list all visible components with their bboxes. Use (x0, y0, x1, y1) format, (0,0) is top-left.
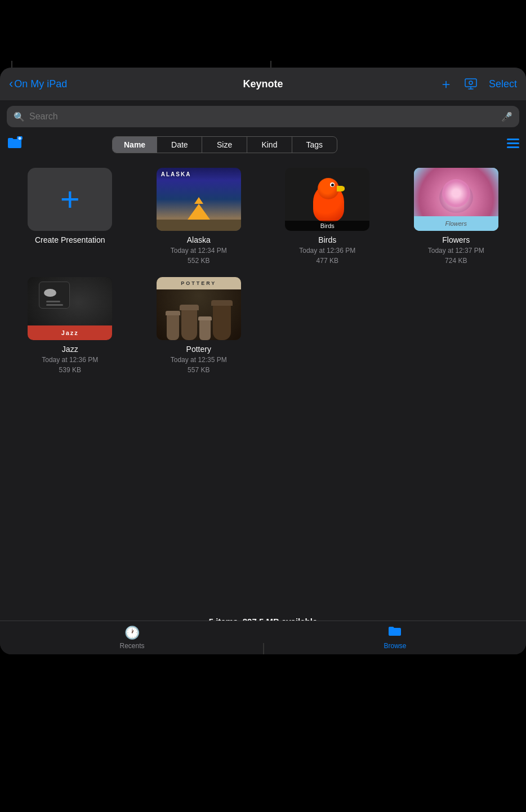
tab-browse[interactable]: Browse (384, 626, 406, 650)
annotation-bottom: To see all items in the current location… (0, 764, 526, 795)
mic-icon[interactable]: 🎤 (501, 111, 512, 122)
file-name-create: Create Presentation (35, 235, 105, 244)
svg-rect-6 (507, 146, 519, 148)
jazz-label: Jazz (61, 329, 79, 336)
sort-bar: ⊕ Name Date Size Kind Tags (0, 133, 526, 157)
bottom-annotation-line (263, 643, 264, 654)
file-item-flowers[interactable]: Flowers Flowers Today at 12:37 PM724 KB (398, 168, 515, 266)
flowers-label: Flowers (445, 220, 467, 227)
file-item-birds[interactable]: Birds Birds Today at 12:36 PM477 KB (269, 168, 386, 266)
file-meta-pottery: Today at 12:35 PM557 KB (171, 355, 227, 375)
nav-title: Keynote (243, 78, 283, 90)
browse-label: Browse (384, 642, 406, 650)
back-chevron-icon: ‹ (9, 78, 13, 90)
add-button[interactable]: ＋ (439, 75, 453, 93)
nav-actions: ＋ Select (439, 75, 517, 93)
files-area: + Create Presentation ALASKA Alaska Toda… (0, 157, 526, 654)
svg-point-1 (469, 81, 472, 84)
alaska-thumb: ALASKA (157, 168, 241, 231)
recents-icon: 🕐 (124, 626, 140, 640)
sort-tab-size[interactable]: Size (202, 137, 247, 153)
file-meta-alaska: Today at 12:34 PM552 KB (171, 246, 227, 266)
file-name-birds: Birds (318, 235, 336, 244)
folder-icon-button[interactable]: ⊕ (7, 136, 23, 153)
svg-text:⊕: ⊕ (18, 136, 21, 140)
annotation-top-right: To see these controls, swipe down. (276, 3, 434, 32)
sort-tab-date[interactable]: Date (157, 137, 202, 153)
annotation-top-left: To browse a different location, tap the … (17, 3, 163, 47)
sort-tabs: Name Date Size Kind Tags (112, 136, 337, 153)
sort-tab-kind[interactable]: Kind (247, 137, 292, 153)
back-label: On My iPad (14, 78, 67, 90)
svg-rect-4 (507, 139, 519, 140)
file-item-alaska[interactable]: ALASKA Alaska Today at 12:34 PM552 KB (140, 168, 258, 266)
file-item-pottery[interactable]: POTTERY (140, 277, 258, 375)
file-item-create[interactable]: + Create Presentation (11, 168, 129, 266)
app-container: ‹ On My iPad Keynote ＋ Select 🔍 🎤 (0, 68, 526, 654)
recents-label: Recents (119, 642, 144, 650)
tab-recents[interactable]: 🕐 Recents (119, 626, 144, 650)
pottery-label: POTTERY (181, 280, 216, 286)
play-button[interactable] (464, 77, 478, 91)
search-icon: 🔍 (14, 111, 25, 122)
svg-rect-5 (507, 142, 519, 144)
jazz-label-bar: Jazz (28, 325, 112, 340)
file-name-pottery: Pottery (186, 345, 211, 354)
jazz-thumb: Jazz (28, 277, 112, 340)
flowers-thumb: Flowers (414, 168, 498, 231)
back-button[interactable]: ‹ On My iPad (9, 78, 67, 90)
svg-rect-0 (465, 79, 476, 87)
sort-tab-tags[interactable]: Tags (292, 137, 337, 153)
file-meta-birds: Today at 12:36 PM477 KB (299, 246, 355, 266)
file-item-jazz[interactable]: Jazz Jazz Today at 12:36 PM539 KB (11, 277, 129, 375)
nav-bar: ‹ On My iPad Keynote ＋ Select (0, 68, 526, 100)
plus-icon: + (60, 182, 80, 216)
pottery-thumb: POTTERY (157, 277, 241, 340)
birds-label: Birds (285, 221, 369, 231)
file-name-flowers: Flowers (442, 235, 470, 244)
file-meta-jazz: Today at 12:36 PM539 KB (42, 355, 98, 375)
create-thumb: + (28, 168, 112, 231)
files-grid: + Create Presentation ALASKA Alaska Toda… (0, 157, 526, 386)
file-name-alaska: Alaska (187, 235, 211, 244)
sort-tab-name[interactable]: Name (113, 137, 158, 153)
file-meta-flowers: Today at 12:37 PM724 KB (428, 246, 484, 266)
search-input[interactable] (29, 111, 497, 122)
select-button[interactable]: Select (489, 78, 517, 90)
file-name-jazz: Jazz (62, 345, 78, 354)
browse-icon (387, 626, 402, 640)
list-view-button[interactable] (507, 139, 519, 151)
search-bar: 🔍 🎤 (7, 106, 519, 127)
birds-thumb: Birds (285, 168, 369, 231)
